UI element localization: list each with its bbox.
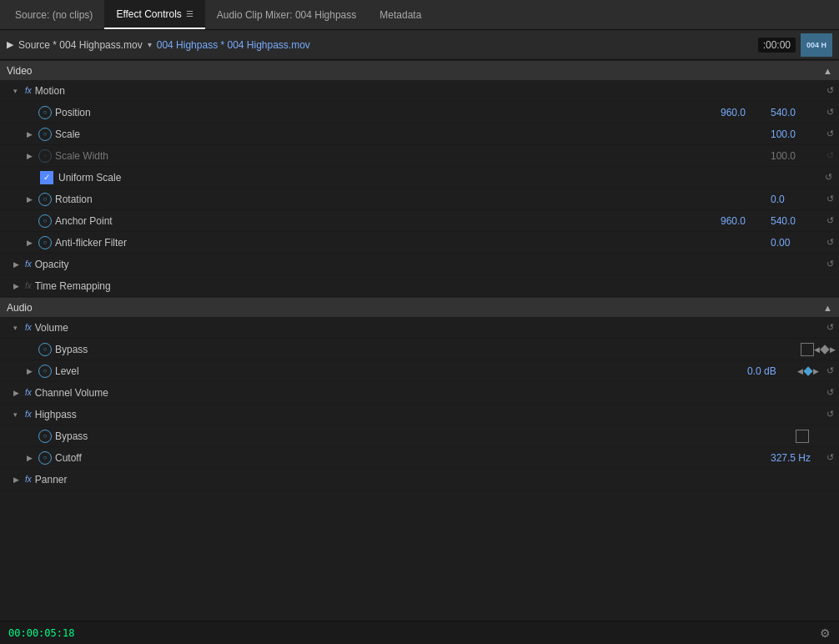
panner-fx-badge: fx <box>25 475 32 484</box>
volume-level-nav-right[interactable]: ▶ <box>813 367 819 375</box>
rotation-expand-icon[interactable]: ▶ <box>27 195 38 204</box>
scale-reset-btn[interactable]: ↺ <box>821 128 839 139</box>
channel-volume-row: ▶ fx Channel Volume ↺ <box>0 382 839 404</box>
anti-flicker-row: ▶ ○ Anti-flicker Filter 0.00 ↺ <box>0 232 839 254</box>
channel-volume-expand-icon[interactable]: ▶ <box>13 389 25 397</box>
scale-row: ▶ ○ Scale 100.0 ↺ <box>0 123 839 145</box>
highpass-cutoff-reset-icon[interactable]: ○ <box>38 451 52 465</box>
tab-effect-controls[interactable]: Effect Controls ☰ <box>104 0 204 29</box>
highpass-cutoff-expand-icon[interactable]: ▶ <box>27 454 38 462</box>
time-remapping-fx-badge: fx <box>25 281 32 290</box>
source-clip-label[interactable]: 004 Highpass * 004 Highpass.mov <box>157 39 310 51</box>
volume-expand-icon[interactable]: ▾ <box>13 324 25 332</box>
highpass-cutoff-value[interactable]: 327.5 Hz <box>771 452 821 464</box>
scale-expand-icon[interactable]: ▶ <box>27 130 38 138</box>
video-section-label: Video <box>7 65 32 77</box>
source-label: Source * 004 Highpass.mov <box>18 39 143 51</box>
anti-flicker-reset-btn[interactable]: ↺ <box>821 237 839 248</box>
opacity-expand-icon[interactable]: ▶ <box>13 260 25 269</box>
motion-label: Motion <box>35 85 821 97</box>
settings-gear-icon[interactable]: ⚙ <box>820 626 831 640</box>
audio-collapse-btn[interactable]: ▲ <box>823 303 832 313</box>
anchor-point-y-value[interactable]: 540.0 <box>771 215 821 227</box>
position-x-value[interactable]: 960.0 <box>721 107 771 118</box>
source-dropdown[interactable]: ▾ <box>148 40 152 49</box>
rotation-reset-icon[interactable]: ○ <box>38 193 52 206</box>
highpass-expand-icon[interactable]: ▾ <box>13 410 25 419</box>
tab-menu-icon[interactable]: ☰ <box>186 9 193 18</box>
highpass-bypass-label: Bypass <box>55 430 425 442</box>
scale-width-label: Scale Width <box>55 150 771 162</box>
main-content: Video ▲ ▾ fx Motion ↺ ○ Position 960.0 5… <box>0 60 839 621</box>
anti-flicker-reset-icon[interactable]: ○ <box>38 236 52 249</box>
tab-audio-clip-mixer[interactable]: Audio Clip Mixer: 004 Highpass <box>205 0 368 29</box>
volume-bypass-nav-diamond[interactable] <box>820 345 829 354</box>
anti-flicker-label: Anti-flicker Filter <box>55 237 771 249</box>
highpass-bypass-reset-icon[interactable]: ○ <box>38 430 52 443</box>
play-button[interactable]: ▶ <box>7 39 13 50</box>
volume-bypass-row: ○ Bypass ◀ ▶ <box>0 339 839 360</box>
uniform-scale-row: ✓ Uniform Scale ↺ <box>0 167 839 189</box>
scale-width-row: ▶ ○ Scale Width 100.0 ↺ <box>0 145 839 167</box>
volume-level-nav-diamond[interactable] <box>803 366 812 375</box>
position-y-value[interactable]: 540.0 <box>771 107 821 118</box>
highpass-bypass-row: ○ Bypass <box>0 425 839 447</box>
volume-bypass-nav-right[interactable]: ▶ <box>830 345 836 354</box>
motion-expand-icon[interactable]: ▾ <box>13 87 25 95</box>
uniform-scale-reset-btn[interactable]: ↺ <box>821 172 839 183</box>
anchor-point-reset-btn[interactable]: ↺ <box>821 215 839 226</box>
motion-reset-btn[interactable]: ↺ <box>821 85 839 96</box>
scale-value[interactable]: 100.0 <box>771 128 821 140</box>
volume-level-label: Level <box>55 365 747 377</box>
opacity-label: Opacity <box>35 259 821 270</box>
highpass-cutoff-reset-btn[interactable]: ↺ <box>821 452 839 463</box>
volume-level-value[interactable]: 0.0 dB <box>747 365 797 377</box>
position-reset-btn[interactable]: ↺ <box>821 107 839 118</box>
anti-flicker-expand-icon[interactable]: ▶ <box>27 239 38 247</box>
tab-source[interactable]: Source: (no clips) <box>3 0 104 29</box>
scale-width-expand-icon[interactable]: ▶ <box>27 152 38 160</box>
anchor-point-x-value[interactable]: 960.0 <box>721 215 771 227</box>
effect-panel: Video ▲ ▾ fx Motion ↺ ○ Position 960.0 5… <box>0 60 839 621</box>
scale-label: Scale <box>55 128 771 140</box>
audio-section-label: Audio <box>7 302 33 314</box>
opacity-row: ▶ fx Opacity ↺ <box>0 254 839 275</box>
volume-level-expand-icon[interactable]: ▶ <box>27 367 38 375</box>
highpass-cutoff-label: Cutoff <box>55 452 771 464</box>
tab-metadata[interactable]: Metadata <box>368 0 433 29</box>
volume-fx-badge: fx <box>25 323 32 332</box>
anti-flicker-value[interactable]: 0.00 <box>771 237 821 249</box>
highpass-cutoff-row: ▶ ○ Cutoff 327.5 Hz ↺ <box>0 447 839 469</box>
uniform-scale-checkbox[interactable]: ✓ <box>40 171 53 184</box>
anchor-point-reset-icon[interactable]: ○ <box>38 214 52 228</box>
timecode-display: 00:00:05:18 <box>8 627 74 639</box>
video-section-header: Video ▲ <box>0 60 839 80</box>
video-collapse-btn[interactable]: ▲ <box>823 66 832 76</box>
time-remapping-expand-icon[interactable]: ▶ <box>13 282 25 290</box>
rotation-reset-btn[interactable]: ↺ <box>821 194 839 204</box>
highpass-bypass-checkbox[interactable] <box>796 430 809 443</box>
status-bar: 00:00:05:18 ⚙ <box>0 621 839 644</box>
time-remapping-row: ▶ fx Time Remapping <box>0 275 839 297</box>
opacity-reset-btn[interactable]: ↺ <box>821 259 839 269</box>
channel-volume-reset-btn[interactable]: ↺ <box>821 387 839 398</box>
panner-expand-icon[interactable]: ▶ <box>13 475 25 484</box>
scale-width-value: 100.0 <box>771 150 821 162</box>
position-label: Position <box>55 107 721 118</box>
position-reset-icon[interactable]: ○ <box>38 106 52 119</box>
scale-reset-icon[interactable]: ○ <box>38 128 52 141</box>
highpass-label: Highpass <box>35 409 821 420</box>
volume-reset-btn[interactable]: ↺ <box>821 322 839 333</box>
rotation-value[interactable]: 0.0 <box>771 194 821 205</box>
volume-bypass-checkbox[interactable] <box>801 343 814 356</box>
highpass-reset-btn[interactable]: ↺ <box>821 409 839 420</box>
tab-audio-clip-mixer-label: Audio Clip Mixer: 004 Highpass <box>217 9 356 21</box>
volume-level-reset-btn[interactable]: ↺ <box>821 365 839 376</box>
panner-row: ▶ fx Panner <box>0 469 839 491</box>
rotation-row: ▶ ○ Rotation 0.0 ↺ <box>0 189 839 210</box>
volume-level-reset-icon[interactable]: ○ <box>38 365 52 378</box>
volume-bypass-reset-icon[interactable]: ○ <box>38 343 52 356</box>
scale-width-reset-icon: ○ <box>38 149 52 163</box>
motion-fx-badge: fx <box>25 86 32 95</box>
rotation-label: Rotation <box>55 194 771 205</box>
